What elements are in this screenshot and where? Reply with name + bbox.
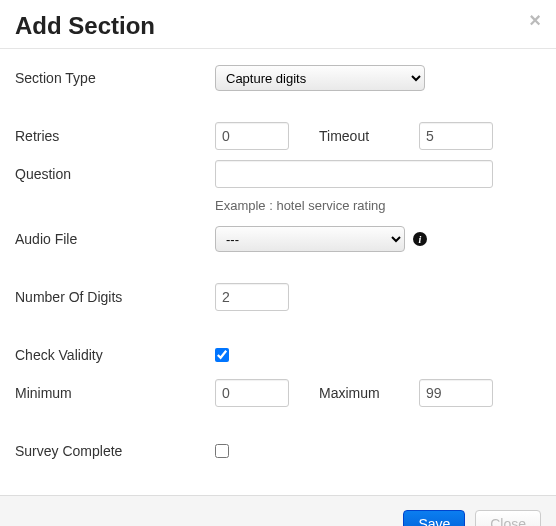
check-validity-checkbox[interactable] (215, 348, 229, 362)
close-button[interactable]: Close (475, 510, 541, 526)
audio-file-select[interactable]: --- (215, 226, 405, 252)
label-section-type: Section Type (15, 70, 215, 86)
label-retries: Retries (15, 128, 215, 144)
label-check-validity: Check Validity (15, 347, 215, 363)
label-number-of-digits: Number Of Digits (15, 289, 215, 305)
add-section-modal: Add Section × Section Type Capture digit… (0, 0, 556, 526)
label-maximum: Maximum (289, 385, 419, 401)
label-survey-complete: Survey Complete (15, 443, 215, 459)
modal-title: Add Section (15, 12, 541, 40)
section-type-select[interactable]: Capture digits (215, 65, 425, 91)
save-button[interactable]: Save (403, 510, 465, 526)
survey-complete-checkbox[interactable] (215, 444, 229, 458)
modal-footer: Save Close (0, 495, 556, 526)
minimum-input[interactable] (215, 379, 289, 407)
label-timeout: Timeout (289, 128, 419, 144)
modal-header: Add Section × (0, 0, 556, 49)
close-icon[interactable]: × (529, 10, 541, 30)
info-icon[interactable]: i (413, 232, 427, 246)
question-help-text: Example : hotel service rating (215, 198, 541, 213)
number-of-digits-input[interactable] (215, 283, 289, 311)
question-input[interactable] (215, 160, 493, 188)
timeout-input[interactable] (419, 122, 493, 150)
maximum-input[interactable] (419, 379, 493, 407)
retries-input[interactable] (215, 122, 289, 150)
label-audio-file: Audio File (15, 231, 215, 247)
modal-body: Section Type Capture digits Retries Time… (0, 49, 556, 495)
label-question: Question (15, 166, 215, 182)
label-minimum: Minimum (15, 385, 215, 401)
